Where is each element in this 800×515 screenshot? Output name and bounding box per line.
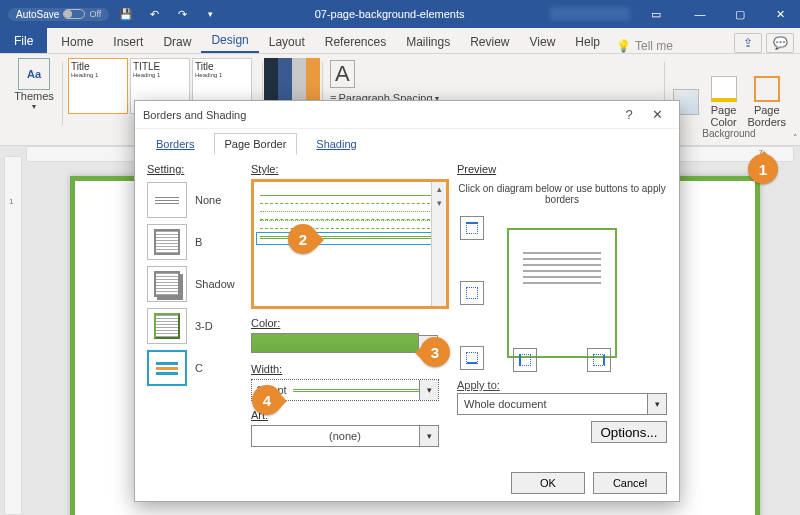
options-button[interactable]: Options...	[591, 421, 667, 443]
tab-draw[interactable]: Draw	[153, 31, 201, 53]
style-set-1[interactable]: TitleHeading 1	[68, 58, 128, 114]
tab-review[interactable]: Review	[460, 31, 519, 53]
color-dropdown[interactable]	[251, 333, 419, 353]
preview-diagram	[457, 213, 667, 373]
fonts-button[interactable]: A	[328, 58, 357, 90]
apply-to-value: Whole document	[464, 398, 547, 410]
tab-insert[interactable]: Insert	[103, 31, 153, 53]
dialog-tab-borders[interactable]: Borders	[145, 133, 206, 155]
quick-access-toolbar: AutoSave Off 💾 ↶ ↷ ▾	[0, 3, 229, 25]
setting-3d[interactable]: 3-D	[147, 305, 243, 347]
apply-to-dropdown[interactable]: Whole document	[457, 393, 667, 415]
dialog-close-icon[interactable]: ✕	[643, 105, 671, 125]
autosave-toggle[interactable]: AutoSave Off	[8, 8, 109, 21]
window-titlebar: AutoSave Off 💾 ↶ ↷ ▾ 07-page-background-…	[0, 0, 800, 28]
comments-icon[interactable]: 💬	[766, 33, 794, 53]
collapse-ribbon-icon[interactable]: ˄	[793, 133, 798, 143]
group-label-background: Background	[664, 128, 794, 139]
autosave-label: AutoSave	[16, 9, 59, 20]
close-icon[interactable]: ✕	[760, 0, 800, 28]
share-icon[interactable]: ⇪	[734, 33, 762, 53]
apply-to-label: Apply to:	[457, 379, 667, 391]
borders-shading-dialog: Borders and Shading ? ✕ Borders Page Bor…	[134, 100, 680, 502]
dialog-tab-shading[interactable]: Shading	[305, 133, 367, 155]
account-name-blurred	[550, 7, 630, 21]
ruler-mark-1: 1	[9, 197, 13, 206]
color-heading: Color:	[251, 317, 449, 329]
vertical-ruler[interactable]: 1	[4, 156, 22, 515]
preview-hint: Click on diagram below or use buttons to…	[457, 183, 667, 205]
document-title: 07-page-background-elements	[229, 8, 550, 20]
ribbon-options-icon[interactable]: ▭	[636, 0, 676, 28]
border-right-button[interactable]	[587, 348, 611, 372]
setting-shadow[interactable]: Shadow	[147, 263, 243, 305]
ok-button[interactable]: OK	[511, 472, 585, 494]
preview-page[interactable]	[507, 228, 617, 358]
border-bottom-button[interactable]	[460, 346, 484, 370]
art-heading: Art:	[251, 409, 449, 421]
border-top-button[interactable]	[460, 216, 484, 240]
cancel-button[interactable]: Cancel	[593, 472, 667, 494]
page-color-icon	[711, 76, 737, 102]
setting-heading: Setting:	[147, 163, 243, 175]
tab-references[interactable]: References	[315, 31, 396, 53]
dialog-title: Borders and Shading	[143, 109, 246, 121]
callout-4: 4	[252, 385, 282, 415]
dialog-tab-page-border[interactable]: Page Border	[214, 133, 298, 155]
undo-icon[interactable]: ↶	[143, 3, 165, 25]
dialog-titlebar[interactable]: Borders and Shading ? ✕	[135, 101, 679, 129]
page-borders-button[interactable]: Page Borders	[745, 74, 788, 130]
maximize-icon[interactable]: ▢	[720, 0, 760, 28]
tell-me-search[interactable]: 💡 Tell me	[616, 39, 673, 53]
page-borders-label: Page Borders	[747, 104, 786, 128]
chevron-down-icon: ▾	[32, 102, 36, 111]
save-icon[interactable]: 💾	[115, 3, 137, 25]
width-heading: Width:	[251, 363, 449, 375]
tab-layout[interactable]: Layout	[259, 31, 315, 53]
scroll-down-icon[interactable]: ▾	[432, 196, 446, 210]
page-color-label: Page Color	[710, 104, 738, 128]
tab-help[interactable]: Help	[565, 31, 610, 53]
border-left-button[interactable]	[513, 348, 537, 372]
setting-none[interactable]: None	[147, 179, 243, 221]
redo-icon[interactable]: ↷	[171, 3, 193, 25]
dialog-tabs: Borders Page Border Shading	[135, 129, 679, 155]
page-color-button[interactable]: Page Color	[708, 74, 740, 130]
border-middle-h-button[interactable]	[460, 281, 484, 305]
fonts-icon: A	[330, 60, 355, 88]
page-borders-icon	[754, 76, 780, 102]
dialog-help-icon[interactable]: ?	[615, 105, 643, 125]
autosave-state: Off	[89, 9, 101, 19]
dialog-footer: OK Cancel	[135, 465, 679, 501]
tell-me-label: Tell me	[635, 39, 673, 53]
tab-home[interactable]: Home	[51, 31, 103, 53]
themes-label: Themes	[14, 90, 54, 102]
callout-1: 1	[748, 154, 778, 184]
themes-icon: Aa	[18, 58, 50, 90]
scroll-up-icon[interactable]: ▴	[432, 182, 446, 196]
style-listbox[interactable]: ▴▾	[251, 179, 449, 309]
toggle-off-icon	[63, 9, 85, 19]
minimize-icon[interactable]: —	[680, 0, 720, 28]
tab-mailings[interactable]: Mailings	[396, 31, 460, 53]
lightbulb-icon: 💡	[616, 39, 631, 53]
tab-view[interactable]: View	[520, 31, 566, 53]
preview-heading: Preview	[457, 163, 667, 175]
ribbon-tabs: File Home Insert Draw Design Layout Refe…	[0, 28, 800, 54]
callout-3: 3	[420, 337, 450, 367]
themes-button[interactable]: Aa Themes ▾	[9, 58, 59, 111]
setting-box[interactable]: B	[147, 221, 243, 263]
callout-2: 2	[288, 224, 318, 254]
art-dropdown[interactable]: (none)	[251, 425, 439, 447]
tab-design[interactable]: Design	[201, 29, 258, 53]
style-scrollbar[interactable]: ▴▾	[431, 182, 446, 306]
tab-file[interactable]: File	[0, 28, 47, 53]
style-heading: Style:	[251, 163, 449, 175]
qat-dropdown-icon[interactable]: ▾	[199, 3, 221, 25]
setting-custom[interactable]: C	[147, 347, 243, 389]
art-value: (none)	[329, 430, 361, 442]
